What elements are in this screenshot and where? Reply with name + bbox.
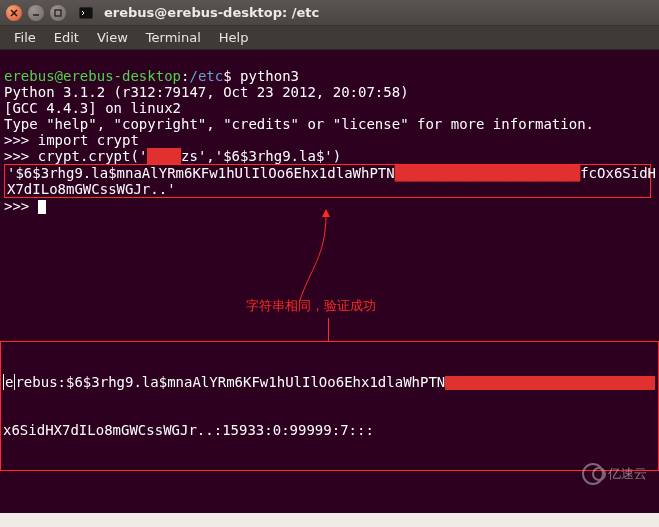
python-prompt: >>> [4, 132, 29, 148]
terminal-window: erebus@erebus-desktop: /etc File Edit Vi… [0, 0, 659, 527]
prompt-user: erebus@erebus-desktop [4, 68, 181, 84]
hash-output-box: '$6$3rhg9.la$mnaAlYRm6KFw1hUlIlOo6Ehx1dl… [4, 164, 651, 198]
menu-edit[interactable]: Edit [46, 28, 87, 47]
footer-strip [0, 513, 659, 527]
menu-terminal[interactable]: Terminal [138, 28, 209, 47]
hash-line2: X7dILo8mGWCssWGJr..' [7, 181, 176, 197]
titlebar: erebus@erebus-desktop: /etc [0, 0, 659, 26]
menu-help[interactable]: Help [211, 28, 257, 47]
python-banner-line1: Python 3.1.2 (r312:79147, Oct 23 2012, 2… [4, 84, 409, 100]
hash-part-a: '$6$3rhg9.la$mnaAlYRm6KFw1hUlIlOo6Ehx1dl… [7, 165, 395, 181]
svg-rect-2 [80, 8, 92, 18]
cursor [38, 200, 46, 214]
menu-view[interactable]: View [89, 28, 136, 47]
terminal-body[interactable]: erebus@erebus-desktop:/etc$ python3 Pyth… [0, 50, 659, 527]
menu-file[interactable]: File [6, 28, 44, 47]
shadow-entry-box: erebus:$6$3rhg9.la$mnaAlYRm6KFw1hUlIlOo6… [0, 341, 659, 471]
shadow-redacted [445, 376, 655, 390]
minimize-button[interactable] [28, 5, 44, 21]
annotation-curve [250, 215, 400, 305]
python-banner-line3: Type "help", "copyright", "credits" or "… [4, 116, 594, 132]
shadow-row1b: fcO [655, 374, 656, 390]
svg-rect-0 [55, 10, 61, 16]
prompt-path: /etc [189, 68, 223, 84]
shadow-row1a: rebus:$6$3rhg9.la$mnaAlYRm6KFw1hUlIlOo6E… [15, 374, 445, 390]
maximize-button[interactable] [50, 5, 66, 21]
watermark: 亿速云 [582, 463, 647, 485]
python-prompt: >>> [4, 198, 29, 214]
shadow-row1: erebus:$6$3rhg9.la$mnaAlYRm6KFw1hUlIlOo6… [3, 374, 656, 390]
cmd-crypt-pre: crypt.crypt(' [38, 148, 148, 164]
terminal-icon [78, 5, 94, 21]
python-banner-line2: [GCC 4.4.3] on linux2 [4, 100, 181, 116]
redacted-password: ████ [147, 148, 181, 164]
watermark-text: 亿速云 [608, 466, 647, 482]
hash-part-b: fcOx6SidH [580, 165, 656, 181]
menubar: File Edit View Terminal Help [0, 26, 659, 50]
cmd-python3: python3 [240, 68, 299, 84]
watermark-icon [582, 463, 604, 485]
window-title: erebus@erebus-desktop: /etc [104, 5, 319, 20]
python-prompt: >>> [4, 148, 29, 164]
shadow-prefix-e: e [3, 374, 15, 390]
prompt-sym: $ [223, 68, 231, 84]
close-button[interactable] [6, 5, 22, 21]
cmd-crypt-mid: zs','$6$3rhg9.la$') [181, 148, 341, 164]
cmd-import-crypt: import crypt [38, 132, 139, 148]
shadow-row2: x6SidHX7dILo8mGWCssWGJr..:15933:0:99999:… [3, 422, 656, 438]
hash-redacted: ██████████████████████ [395, 165, 580, 181]
arrow-up-icon [322, 209, 330, 217]
shadow-entry: erebus:$6$3rhg9.la$mnaAlYRm6KFw1hUlIlOo6… [0, 309, 659, 503]
window-controls [6, 5, 66, 21]
